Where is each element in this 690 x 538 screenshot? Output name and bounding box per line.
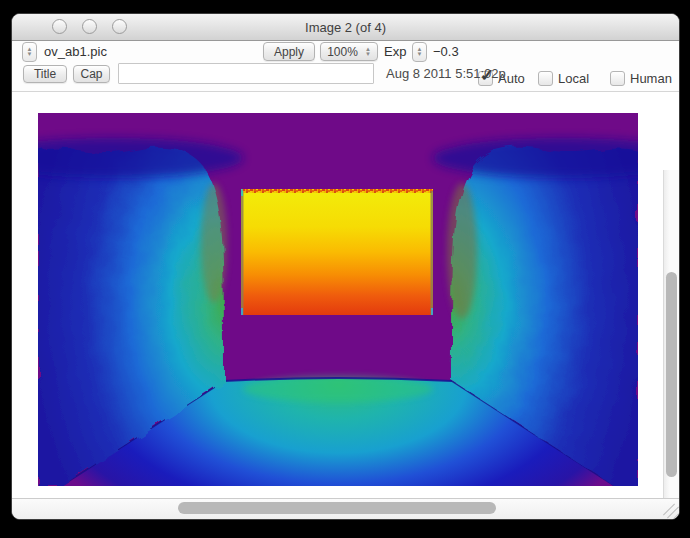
image-canvas[interactable] (38, 113, 638, 486)
caption-input[interactable] (118, 63, 374, 84)
horizontal-scrollbar-track[interactable] (12, 498, 679, 519)
apply-button[interactable]: Apply (263, 42, 315, 61)
false-color-image (38, 113, 638, 486)
vertical-scrollbar-track[interactable] (663, 170, 679, 520)
minimize-button[interactable] (82, 19, 97, 34)
bright-window-region (241, 189, 433, 315)
resize-grip[interactable] (663, 503, 677, 517)
zoom-value: 100% (327, 45, 358, 59)
timestamp-label: Aug 8 2011 5:51:02p (386, 66, 506, 81)
title-bar[interactable]: Image 2 (of 4) (12, 14, 679, 41)
stepper-down-icon[interactable]: ▼ (27, 52, 33, 57)
exposure-label: Exp (384, 42, 406, 62)
image-stepper[interactable]: ▲ ▼ (22, 42, 37, 62)
zoom-select-arrows-icon: ▲▼ (365, 47, 371, 57)
left-wall-olive-patch (201, 183, 227, 303)
title-button[interactable]: Title (23, 65, 67, 83)
exposure-value: −0.3 (433, 42, 459, 62)
image-viewer-window: Image 2 (of 4) ▲ ▼ ov_ab1.pic Apply 100%… (11, 13, 680, 520)
cap-button[interactable]: Cap (73, 65, 110, 83)
stepper-down-icon[interactable]: ▼ (417, 52, 423, 57)
window-dithered-top-edge (241, 189, 433, 193)
filename-label: ov_ab1.pic (44, 42, 107, 62)
human-checkbox-label[interactable]: Human (630, 71, 672, 86)
window-right-edge (431, 191, 434, 315)
human-checkbox[interactable] (610, 71, 625, 86)
content-area (12, 92, 679, 498)
right-wall-olive-patch (447, 183, 477, 319)
zoom-select[interactable]: 100% ▲▼ (320, 42, 378, 61)
zoom-window-button[interactable] (112, 19, 127, 34)
horizontal-scrollbar-thumb[interactable] (178, 502, 496, 514)
exposure-stepper[interactable]: ▲ ▼ (412, 42, 427, 62)
room-scene (38, 113, 638, 486)
vertical-scrollbar-thumb[interactable] (666, 272, 677, 477)
local-checkbox-label[interactable]: Local (558, 71, 589, 86)
toolbar: ▲ ▼ ov_ab1.pic Apply 100% ▲▼ Exp ▲ ▼ −0.… (12, 41, 679, 91)
close-button[interactable] (52, 19, 67, 34)
window-left-edge (241, 191, 244, 315)
local-checkbox[interactable] (538, 71, 553, 86)
window-title: Image 2 (of 4) (305, 20, 386, 35)
desktop-background: Image 2 (of 4) ▲ ▼ ov_ab1.pic Apply 100%… (0, 0, 690, 538)
